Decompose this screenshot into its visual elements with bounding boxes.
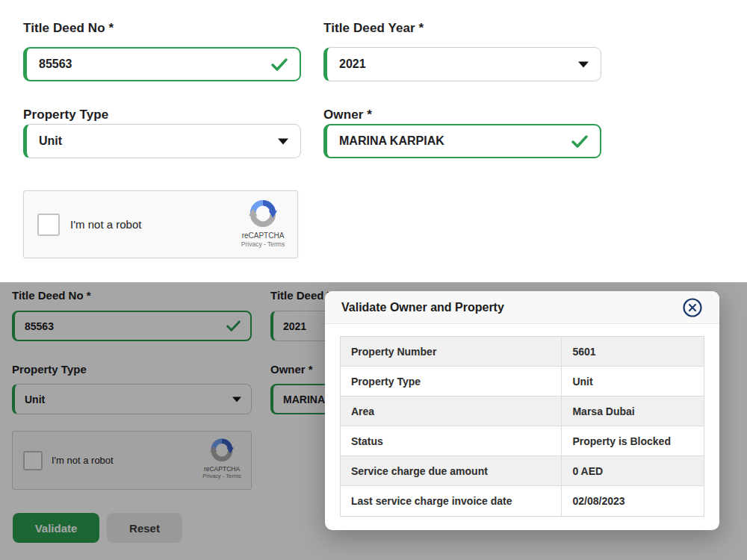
recaptcha-privacy-terms-links[interactable]: Privacy - Terms — [236, 240, 290, 248]
recaptcha-widget: I'm not a robot reCAPTCHA Privacy - Term… — [23, 190, 298, 258]
table-row: Property Number 5601 — [341, 337, 704, 367]
row-value: 5601 — [562, 337, 704, 366]
recaptcha-label: I'm not a robot — [70, 218, 141, 231]
row-value: Marsa Dubai — [562, 396, 704, 426]
row-label: Service charge due amount — [341, 456, 562, 485]
modal-header: Validate Owner and Property — [325, 291, 719, 324]
dimmed-page-section: Title Deed No * Title Deed Year * 85563 … — [0, 282, 747, 560]
validate-owner-property-modal: Validate Owner and Property Property Num… — [325, 291, 719, 530]
chevron-down-icon — [278, 138, 288, 145]
title-deed-no-value: 85563 — [39, 57, 72, 71]
modal-title: Validate Owner and Property — [341, 301, 504, 314]
table-row: Status Property is Blocked — [341, 426, 704, 456]
table-row: Property Type Unit — [341, 367, 704, 396]
row-label: Property Type — [341, 367, 562, 396]
close-icon[interactable] — [682, 297, 703, 318]
row-label: Area — [341, 396, 562, 426]
recaptcha-logo-icon — [249, 199, 277, 227]
title-deed-no-label: Title Deed No * — [23, 21, 114, 36]
row-value: Property is Blocked — [562, 426, 704, 455]
table-row: Area Marsa Dubai — [341, 396, 704, 426]
property-validation-form: Title Deed No * Title Deed Year * 85563 … — [0, 0, 747, 282]
title-deed-year-value: 2021 — [339, 57, 366, 71]
title-deed-year-select[interactable]: 2021 — [323, 47, 601, 81]
check-icon — [571, 135, 588, 148]
row-value: 0 AED — [562, 456, 704, 485]
recaptcha-brand-block: reCAPTCHA Privacy - Terms — [236, 199, 290, 248]
owner-input[interactable]: MARINA KARPIAK — [323, 124, 601, 158]
property-details-table: Property Number 5601 Property Type Unit … — [340, 336, 704, 517]
table-row: Service charge due amount 0 AED — [341, 456, 704, 486]
row-label: Property Number — [341, 337, 562, 366]
chevron-down-icon — [578, 61, 589, 68]
check-icon — [271, 58, 288, 71]
property-type-label: Property Type — [23, 108, 108, 122]
row-value: Unit — [562, 367, 704, 396]
title-deed-no-input[interactable]: 85563 — [23, 47, 301, 81]
row-value: 02/08/2023 — [562, 486, 704, 516]
table-row: Last service charge invoice date 02/08/2… — [341, 486, 704, 516]
property-type-value: Unit — [39, 134, 62, 148]
modal-body: Property Number 5601 Property Type Unit … — [325, 324, 719, 517]
title-deed-year-label: Title Deed Year * — [323, 21, 424, 36]
owner-value: MARINA KARPIAK — [339, 134, 444, 148]
recaptcha-brand-text: reCAPTCHA — [236, 231, 290, 240]
row-label: Status — [341, 426, 562, 455]
owner-label: Owner * — [323, 108, 372, 122]
recaptcha-checkbox[interactable] — [37, 214, 60, 236]
property-type-select[interactable]: Unit — [23, 124, 301, 158]
row-label: Last service charge invoice date — [341, 486, 562, 516]
